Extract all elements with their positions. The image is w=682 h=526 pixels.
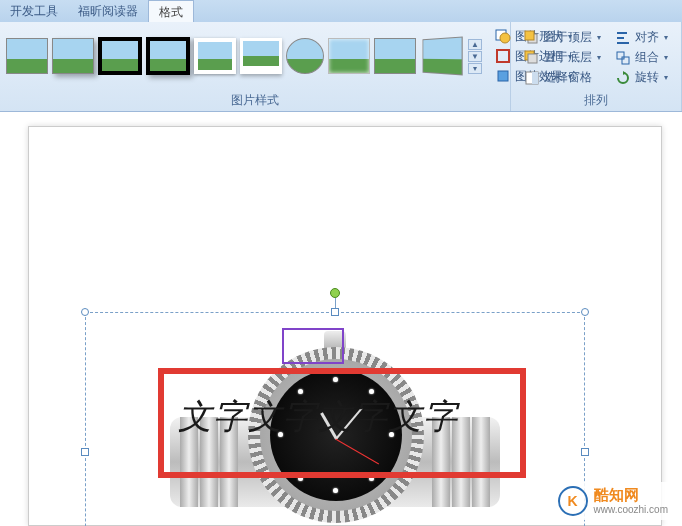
style-black-frame[interactable] xyxy=(98,37,142,75)
style-soft-edge[interactable] xyxy=(328,38,370,74)
style-polaroid[interactable] xyxy=(240,38,282,74)
send-back-icon xyxy=(524,50,540,66)
chevron-down-icon: ▾ xyxy=(664,53,668,62)
align-icon xyxy=(615,30,631,46)
send-to-back-button[interactable]: 置于底层▾ xyxy=(521,48,604,67)
rotate-icon xyxy=(615,70,631,86)
svg-rect-9 xyxy=(532,72,538,84)
shape-icon xyxy=(495,28,511,44)
svg-rect-2 xyxy=(497,50,509,62)
picture-style-gallery[interactable]: ▲ ▼ ▾ xyxy=(6,26,482,86)
style-shadow[interactable] xyxy=(52,38,94,74)
effects-icon xyxy=(495,68,511,84)
style-black-frame-shadow[interactable] xyxy=(146,37,190,75)
group-arrange: 置于顶层▾ 置于底层▾ 选择窗格 xyxy=(511,22,682,111)
rotation-handle[interactable] xyxy=(330,288,340,298)
chevron-down-icon: ▾ xyxy=(597,53,601,62)
svg-rect-14 xyxy=(622,57,629,64)
align-button[interactable]: 对齐▾ xyxy=(612,28,671,47)
svg-rect-7 xyxy=(528,54,537,63)
svg-rect-13 xyxy=(617,52,624,59)
chevron-down-icon: ▾ xyxy=(664,33,668,42)
selection-pane-icon xyxy=(524,70,540,86)
ribbon: ▲ ▼ ▾ 图片形状▾ 图片边框▾ xyxy=(0,22,682,112)
gallery-up[interactable]: ▲ xyxy=(468,39,482,50)
selection-pane-button[interactable]: 选择窗格 xyxy=(521,68,604,87)
tab-foxit-reader[interactable]: 福昕阅读器 xyxy=(68,0,148,22)
gallery-more[interactable]: ▾ xyxy=(468,63,482,74)
gallery-spinner: ▲ ▼ ▾ xyxy=(468,39,482,74)
bring-to-front-button[interactable]: 置于顶层▾ xyxy=(521,28,604,47)
annotation-purple-box xyxy=(282,328,344,364)
style-white-frame[interactable] xyxy=(194,38,236,74)
watermark-logo-icon: K xyxy=(558,486,588,516)
gallery-down[interactable]: ▼ xyxy=(468,51,482,62)
group-button[interactable]: 组合▾ xyxy=(612,48,671,67)
style-oval[interactable] xyxy=(286,38,324,74)
text-overlay[interactable]: 文字文字文字文字 xyxy=(178,394,518,440)
watermark-url: www.coozhi.com xyxy=(594,504,668,515)
chevron-down-icon: ▾ xyxy=(597,33,601,42)
tab-format[interactable]: 格式 xyxy=(148,0,194,22)
document-canvas[interactable]: 文字文字文字文字 K 酷知网 www.coozhi.com xyxy=(0,112,682,526)
svg-point-1 xyxy=(500,33,510,43)
border-icon xyxy=(495,48,511,64)
tab-dev-tools[interactable]: 开发工具 xyxy=(0,0,68,22)
style-plain2[interactable] xyxy=(374,38,416,74)
chevron-down-icon: ▾ xyxy=(664,73,668,82)
bring-front-icon xyxy=(524,30,540,46)
style-perspective[interactable] xyxy=(423,36,463,75)
svg-rect-5 xyxy=(525,31,534,40)
svg-rect-3 xyxy=(498,71,508,81)
style-simple[interactable] xyxy=(6,38,48,74)
group-label-arrange: 排列 xyxy=(517,90,675,111)
ribbon-tabs: 开发工具 福昕阅读器 格式 xyxy=(0,0,682,22)
group-label-styles: 图片样式 xyxy=(6,90,504,111)
group-icon xyxy=(615,50,631,66)
watermark-name: 酷知网 xyxy=(594,487,668,504)
watermark: K 酷知网 www.coozhi.com xyxy=(550,482,676,520)
rotate-button[interactable]: 旋转▾ xyxy=(612,68,671,87)
group-picture-styles: ▲ ▼ ▾ 图片形状▾ 图片边框▾ xyxy=(0,22,511,111)
